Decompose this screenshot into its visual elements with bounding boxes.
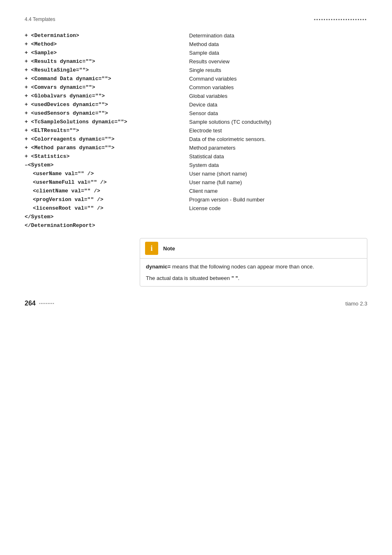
- table-row: + <Sample>Sample data: [25, 49, 367, 57]
- code-cell: </DeterminationReport>: [25, 221, 189, 230]
- description-cell: Method parameters: [189, 143, 367, 152]
- table-row: + <TcSampleSolutions dynamic="">Sample s…: [25, 118, 367, 126]
- table-row: + <Globalvars dynamic="">Global variable…: [25, 92, 367, 100]
- code-cell: + <TcSampleSolutions dynamic="">: [25, 118, 189, 126]
- code-cell: + <Command Data dynamic="">: [25, 74, 189, 83]
- description-cell: User name (short name): [189, 169, 367, 178]
- description-cell: [189, 221, 367, 230]
- table-row: –<System>System data: [25, 161, 367, 169]
- note-line2-end: .: [238, 275, 240, 281]
- code-cell: + <Globalvars dynamic="">: [25, 92, 189, 100]
- note-title: Note: [163, 245, 175, 252]
- footer-dots-decoration: ▪▪▪▪▪▪▪▪▪: [39, 301, 55, 305]
- note-line1-text: means that the following nodes can appea…: [171, 264, 314, 270]
- code-cell: + <Colorreagents dynamic="">: [25, 135, 189, 143]
- code-cell: + <usedSensors dynamic="">: [25, 109, 189, 118]
- page-header: 4.4 Templates ▪▪▪▪▪▪▪▪▪▪▪▪▪▪▪▪▪▪▪▪▪▪: [25, 16, 367, 22]
- description-cell: Common variables: [189, 83, 367, 92]
- code-cell: + <Method>: [25, 40, 189, 49]
- code-cell: + <Method params dynamic="">: [25, 143, 189, 152]
- code-cell: + <usedDevices dynamic="">: [25, 100, 189, 109]
- description-cell: Single results: [189, 66, 367, 74]
- description-cell: Statistical data: [189, 152, 367, 161]
- description-cell: Command variables: [189, 74, 367, 83]
- code-cell: + <ELTResults="">: [25, 126, 189, 135]
- table-row: + <Method>Method data: [25, 40, 367, 49]
- table-row: + <usedDevices dynamic="">Device data: [25, 100, 367, 109]
- description-cell: Program version - Build number: [189, 195, 367, 204]
- content-table: + <Determination>Determination data+ <Me…: [25, 31, 367, 230]
- header-dot: ▪▪▪▪▪▪▪▪▪▪▪▪▪▪▪▪▪▪▪▪▪▪: [314, 17, 367, 22]
- note-dynamic-keyword: dynamic=: [146, 264, 171, 270]
- description-cell: Sample data: [189, 49, 367, 57]
- table-row: <progVersion val="" />Program version - …: [25, 195, 367, 204]
- table-row: </System>: [25, 213, 367, 221]
- description-cell: Sensor data: [189, 109, 367, 118]
- description-cell: System data: [189, 161, 367, 169]
- code-cell: + <Determination>: [25, 31, 189, 40]
- section-title: 4.4 Templates: [25, 16, 55, 22]
- table-row: + <Determination>Determination data: [25, 31, 367, 40]
- code-cell: + <Results dynamic="">: [25, 57, 189, 66]
- page-footer: 264 ▪▪▪▪▪▪▪▪▪ tiamo 2.3: [25, 300, 367, 307]
- description-cell: Client name: [189, 187, 367, 195]
- table-row: + <usedSensors dynamic="">Sensor data: [25, 109, 367, 118]
- description-cell: Data of the colorimetric sensors.: [189, 135, 367, 143]
- code-cell: + <Statistics>: [25, 152, 189, 161]
- table-row: <userName val="" />User name (short name…: [25, 169, 367, 178]
- table-row: <clientName val="" />Client name: [25, 187, 367, 195]
- code-cell: + <Sample>: [25, 49, 189, 57]
- description-cell: Global variables: [189, 92, 367, 100]
- note-quotes: " ": [231, 275, 238, 281]
- note-body: dynamic= means that the following nodes …: [140, 259, 367, 286]
- description-cell: Sample solutions (TC conductivity): [189, 118, 367, 126]
- note-line1: dynamic= means that the following nodes …: [146, 263, 361, 271]
- description-cell: Determination data: [189, 31, 367, 40]
- description-cell: Electrode test: [189, 126, 367, 135]
- table-row: + <Colorreagents dynamic="">Data of the …: [25, 135, 367, 143]
- description-cell: User name (full name): [189, 178, 367, 187]
- description-cell: License code: [189, 204, 367, 213]
- table-row: + <Comvars dynamic="">Common variables: [25, 83, 367, 92]
- footer-dots: ▪▪▪▪▪▪▪▪▪: [39, 301, 55, 305]
- description-cell: [189, 213, 367, 221]
- note-icon: i: [145, 242, 158, 255]
- table-row: + <Method params dynamic="">Method param…: [25, 143, 367, 152]
- product-name: tiamo 2.3: [346, 301, 367, 307]
- description-cell: Method data: [189, 40, 367, 49]
- code-cell: –<System>: [25, 161, 189, 169]
- table-row: <userNameFull val="" />User name (full n…: [25, 178, 367, 187]
- page: 4.4 Templates ▪▪▪▪▪▪▪▪▪▪▪▪▪▪▪▪▪▪▪▪▪▪ + <…: [0, 0, 392, 319]
- code-cell: <userName val="" />: [25, 169, 189, 178]
- note-box: i Note dynamic= means that the following…: [140, 238, 367, 287]
- code-cell: + <Comvars dynamic="">: [25, 83, 189, 92]
- description-cell: Results overview: [189, 57, 367, 66]
- code-cell: <licenseRoot val="" />: [25, 204, 189, 213]
- code-cell: </System>: [25, 213, 189, 221]
- note-line2-text: The actual data is situated between: [146, 275, 230, 281]
- code-cell: + <ResultaSingle="">: [25, 66, 189, 74]
- description-cell: Device data: [189, 100, 367, 109]
- table-row: + <Statistics>Statistical data: [25, 152, 367, 161]
- table-row: + <Command Data dynamic="">Command varia…: [25, 74, 367, 83]
- table-row: <licenseRoot val="" />License code: [25, 204, 367, 213]
- note-line2: The actual data is situated between " ".: [146, 274, 361, 282]
- code-cell: <progVersion val="" />: [25, 195, 189, 204]
- page-number: 264: [25, 300, 36, 307]
- code-cell: <userNameFull val="" />: [25, 178, 189, 187]
- table-row: </DeterminationReport>: [25, 221, 367, 230]
- code-cell: <clientName val="" />: [25, 187, 189, 195]
- footer-left: 264 ▪▪▪▪▪▪▪▪▪: [25, 300, 54, 307]
- table-row: + <ResultaSingle="">Single results: [25, 66, 367, 74]
- table-row: + <Results dynamic="">Results overview: [25, 57, 367, 66]
- note-header: i Note: [140, 238, 367, 259]
- header-decoration: ▪▪▪▪▪▪▪▪▪▪▪▪▪▪▪▪▪▪▪▪▪▪: [314, 17, 367, 22]
- table-row: + <ELTResults="">Electrode test: [25, 126, 367, 135]
